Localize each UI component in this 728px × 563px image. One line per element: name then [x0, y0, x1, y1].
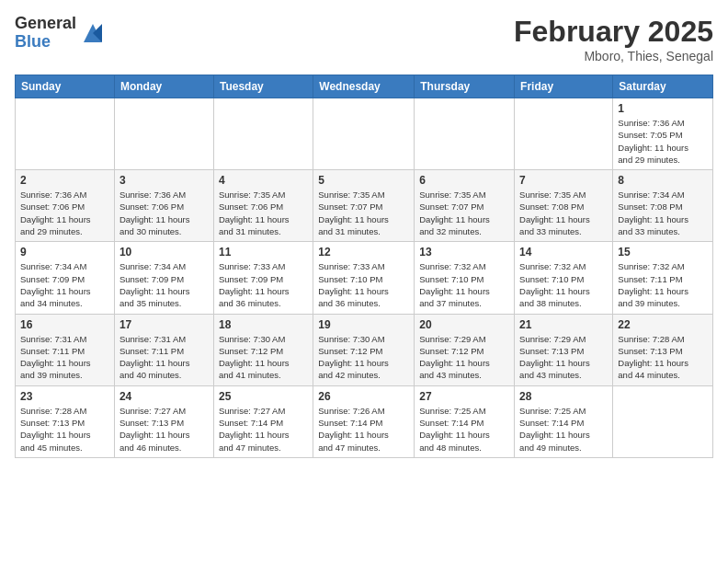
- calendar-day-cell: 22Sunrise: 7:28 AMSunset: 7:13 PMDayligh…: [613, 314, 713, 385]
- day-number: 14: [519, 246, 608, 259]
- calendar-day-cell: 3Sunrise: 7:36 AMSunset: 7:06 PMDaylight…: [114, 170, 213, 242]
- logo-icon: [80, 20, 106, 46]
- calendar-day-cell: 13Sunrise: 7:32 AMSunset: 7:10 PMDayligh…: [415, 242, 515, 314]
- logo-general-text: General: [15, 15, 76, 33]
- day-info: Sunrise: 7:25 AMSunset: 7:14 PMDaylight:…: [419, 405, 509, 454]
- calendar-day-cell: 25Sunrise: 7:27 AMSunset: 7:14 PMDayligh…: [213, 385, 313, 457]
- day-info: Sunrise: 7:36 AMSunset: 7:06 PMDaylight:…: [119, 189, 209, 237]
- day-number: 20: [419, 318, 509, 331]
- weekday-header-wednesday: Wednesday: [313, 75, 415, 98]
- day-number: 8: [618, 174, 708, 187]
- day-number: 26: [318, 390, 409, 403]
- day-info: Sunrise: 7:34 AMSunset: 7:09 PMDaylight:…: [119, 260, 209, 309]
- day-number: 15: [618, 246, 708, 259]
- calendar-day-cell: 28Sunrise: 7:25 AMSunset: 7:14 PMDayligh…: [515, 385, 613, 457]
- day-info: Sunrise: 7:32 AMSunset: 7:10 PMDaylight:…: [519, 260, 608, 309]
- month-title: February 2025: [514, 15, 713, 49]
- calendar-day-cell: 20Sunrise: 7:29 AMSunset: 7:12 PMDayligh…: [415, 314, 515, 385]
- day-number: 24: [119, 390, 209, 403]
- day-number: 13: [419, 246, 509, 259]
- calendar-week-row: 2Sunrise: 7:36 AMSunset: 7:06 PMDaylight…: [16, 170, 713, 242]
- calendar-week-row: 16Sunrise: 7:31 AMSunset: 7:11 PMDayligh…: [16, 314, 713, 385]
- day-info: Sunrise: 7:33 AMSunset: 7:10 PMDaylight:…: [318, 260, 409, 309]
- calendar-day-cell: [16, 98, 115, 170]
- day-info: Sunrise: 7:34 AMSunset: 7:09 PMDaylight:…: [20, 260, 109, 309]
- calendar-day-cell: 23Sunrise: 7:28 AMSunset: 7:13 PMDayligh…: [16, 385, 115, 457]
- weekday-header-saturday: Saturday: [613, 75, 713, 98]
- calendar-day-cell: 6Sunrise: 7:35 AMSunset: 7:07 PMDaylight…: [415, 170, 515, 242]
- day-info: Sunrise: 7:34 AMSunset: 7:08 PMDaylight:…: [618, 189, 708, 237]
- calendar-day-cell: 15Sunrise: 7:32 AMSunset: 7:11 PMDayligh…: [613, 242, 713, 314]
- calendar-day-cell: [515, 98, 613, 170]
- logo-blue-text: Blue: [15, 33, 76, 52]
- day-number: 25: [219, 390, 308, 403]
- day-info: Sunrise: 7:35 AMSunset: 7:08 PMDaylight:…: [519, 189, 608, 237]
- calendar-day-cell: 8Sunrise: 7:34 AMSunset: 7:08 PMDaylight…: [613, 170, 713, 242]
- day-number: 19: [318, 318, 409, 331]
- day-number: 17: [119, 318, 209, 331]
- calendar-day-cell: [415, 98, 515, 170]
- calendar-day-cell: 19Sunrise: 7:30 AMSunset: 7:12 PMDayligh…: [313, 314, 415, 385]
- day-info: Sunrise: 7:28 AMSunset: 7:13 PMDaylight:…: [618, 333, 708, 382]
- weekday-header-sunday: Sunday: [16, 75, 115, 98]
- day-info: Sunrise: 7:29 AMSunset: 7:12 PMDaylight:…: [419, 333, 509, 382]
- calendar-day-cell: [213, 98, 313, 170]
- calendar-week-row: 1Sunrise: 7:36 AMSunset: 7:05 PMDaylight…: [16, 98, 713, 170]
- calendar-day-cell: 12Sunrise: 7:33 AMSunset: 7:10 PMDayligh…: [313, 242, 415, 314]
- calendar-week-row: 9Sunrise: 7:34 AMSunset: 7:09 PMDaylight…: [16, 242, 713, 314]
- weekday-header-row: SundayMondayTuesdayWednesdayThursdayFrid…: [16, 75, 713, 98]
- calendar-day-cell: 16Sunrise: 7:31 AMSunset: 7:11 PMDayligh…: [16, 314, 115, 385]
- calendar-day-cell: 7Sunrise: 7:35 AMSunset: 7:08 PMDaylight…: [515, 170, 613, 242]
- calendar-day-cell: 18Sunrise: 7:30 AMSunset: 7:12 PMDayligh…: [213, 314, 313, 385]
- calendar-day-cell: 21Sunrise: 7:29 AMSunset: 7:13 PMDayligh…: [515, 314, 613, 385]
- day-info: Sunrise: 7:35 AMSunset: 7:07 PMDaylight:…: [318, 189, 409, 237]
- day-number: 9: [20, 246, 109, 259]
- day-number: 28: [519, 390, 608, 403]
- day-info: Sunrise: 7:29 AMSunset: 7:13 PMDaylight:…: [519, 333, 608, 382]
- day-number: 12: [318, 246, 409, 259]
- page-header: General Blue February 2025 Mboro, Thies,…: [15, 15, 713, 63]
- day-info: Sunrise: 7:31 AMSunset: 7:11 PMDaylight:…: [20, 333, 109, 382]
- calendar-day-cell: [613, 385, 713, 457]
- calendar-day-cell: 2Sunrise: 7:36 AMSunset: 7:06 PMDaylight…: [16, 170, 115, 242]
- calendar-day-cell: 10Sunrise: 7:34 AMSunset: 7:09 PMDayligh…: [114, 242, 213, 314]
- title-block: February 2025 Mboro, Thies, Senegal: [514, 15, 713, 63]
- day-info: Sunrise: 7:36 AMSunset: 7:05 PMDaylight:…: [618, 117, 708, 166]
- day-number: 10: [119, 246, 209, 259]
- weekday-header-monday: Monday: [114, 75, 213, 98]
- day-info: Sunrise: 7:25 AMSunset: 7:14 PMDaylight:…: [519, 405, 608, 454]
- day-number: 6: [419, 174, 509, 187]
- calendar-week-row: 23Sunrise: 7:28 AMSunset: 7:13 PMDayligh…: [16, 385, 713, 457]
- calendar-day-cell: [114, 98, 213, 170]
- day-info: Sunrise: 7:28 AMSunset: 7:13 PMDaylight:…: [20, 405, 109, 454]
- calendar-day-cell: 27Sunrise: 7:25 AMSunset: 7:14 PMDayligh…: [415, 385, 515, 457]
- calendar-day-cell: 26Sunrise: 7:26 AMSunset: 7:14 PMDayligh…: [313, 385, 415, 457]
- day-info: Sunrise: 7:27 AMSunset: 7:14 PMDaylight:…: [219, 405, 308, 454]
- logo: General Blue: [15, 15, 106, 52]
- calendar-day-cell: 14Sunrise: 7:32 AMSunset: 7:10 PMDayligh…: [515, 242, 613, 314]
- day-info: Sunrise: 7:27 AMSunset: 7:13 PMDaylight:…: [119, 405, 209, 454]
- day-info: Sunrise: 7:26 AMSunset: 7:14 PMDaylight:…: [318, 405, 409, 454]
- location-subtitle: Mboro, Thies, Senegal: [514, 49, 713, 63]
- day-info: Sunrise: 7:33 AMSunset: 7:09 PMDaylight:…: [219, 260, 308, 309]
- calendar-day-cell: 1Sunrise: 7:36 AMSunset: 7:05 PMDaylight…: [613, 98, 713, 170]
- day-info: Sunrise: 7:32 AMSunset: 7:11 PMDaylight:…: [618, 260, 708, 309]
- calendar-day-cell: 5Sunrise: 7:35 AMSunset: 7:07 PMDaylight…: [313, 170, 415, 242]
- day-info: Sunrise: 7:32 AMSunset: 7:10 PMDaylight:…: [419, 260, 509, 309]
- day-info: Sunrise: 7:35 AMSunset: 7:07 PMDaylight:…: [419, 189, 509, 237]
- day-number: 22: [618, 318, 708, 331]
- day-info: Sunrise: 7:35 AMSunset: 7:06 PMDaylight:…: [219, 189, 308, 237]
- calendar-day-cell: 24Sunrise: 7:27 AMSunset: 7:13 PMDayligh…: [114, 385, 213, 457]
- day-number: 2: [20, 174, 109, 187]
- calendar-table: SundayMondayTuesdayWednesdayThursdayFrid…: [15, 75, 713, 458]
- day-number: 1: [618, 102, 708, 115]
- day-info: Sunrise: 7:30 AMSunset: 7:12 PMDaylight:…: [219, 333, 308, 382]
- calendar-day-cell: 9Sunrise: 7:34 AMSunset: 7:09 PMDaylight…: [16, 242, 115, 314]
- day-number: 16: [20, 318, 109, 331]
- day-number: 27: [419, 390, 509, 403]
- weekday-header-thursday: Thursday: [415, 75, 515, 98]
- day-info: Sunrise: 7:30 AMSunset: 7:12 PMDaylight:…: [318, 333, 409, 382]
- day-info: Sunrise: 7:36 AMSunset: 7:06 PMDaylight:…: [20, 189, 109, 237]
- weekday-header-friday: Friday: [515, 75, 613, 98]
- day-number: 23: [20, 390, 109, 403]
